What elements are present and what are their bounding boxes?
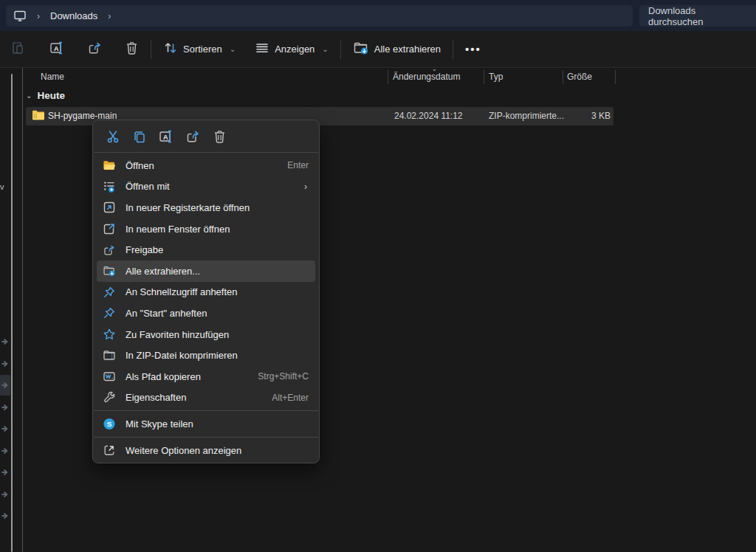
search-input[interactable]: Downloads durchsuchen (639, 5, 756, 27)
column-headers: Name ⌄ Änderungsdatum Typ Größe (24, 68, 756, 86)
file-size: 3 KB (550, 111, 611, 121)
address-bar[interactable]: › Downloads › (6, 5, 633, 27)
menu-item-label: Zu Favoriten hinzufügen (126, 329, 309, 340)
delete-button[interactable] (119, 36, 145, 62)
tree-expand-arrow-icon[interactable] (1, 404, 9, 411)
column-header-date[interactable]: Änderungsdatum (393, 72, 460, 82)
group-header-today[interactable]: ⌄ Heute (26, 90, 65, 101)
tree-expand-arrow-icon[interactable] (1, 469, 9, 476)
delete-icon (125, 41, 139, 58)
nav-scrollbar[interactable] (11, 74, 13, 552)
rename-button[interactable]: A (44, 36, 71, 62)
column-divider[interactable] (615, 70, 616, 84)
menu-item-freigabe[interactable]: Freigabe (97, 239, 315, 261)
extract-icon (353, 41, 369, 58)
share-button[interactable] (182, 127, 204, 148)
properties-wrench-icon (103, 391, 116, 404)
cut-button[interactable] (102, 127, 124, 148)
tree-expand-arrow-icon[interactable] (1, 360, 9, 368)
menu-item-in-zip-datei-komprimieren[interactable]: In ZIP-Datei komprimieren (97, 345, 315, 366)
folder-open-icon (103, 159, 116, 172)
column-divider[interactable] (484, 70, 484, 84)
tree-expand-arrow-icon[interactable] (1, 447, 9, 455)
ellipsis-icon: ••• (465, 43, 481, 55)
menu-item-label: Alle extrahieren... (126, 266, 309, 277)
view-icon (255, 41, 269, 57)
menu-item-label: An Schnellzugriff anheften (126, 286, 309, 297)
chevron-down-icon: ⌄ (322, 45, 328, 53)
tree-expand-arrow-icon[interactable] (1, 491, 9, 498)
nav-clipped-text: v (0, 182, 4, 191)
zip-compress-icon (103, 349, 116, 362)
context-menu: A ÖffnenEnterÖffnen mit›In neuer Registe… (92, 120, 320, 463)
tree-expand-arrow-icon[interactable] (1, 425, 9, 432)
tree-expand-arrow-icon[interactable] (1, 512, 9, 520)
rename-button[interactable]: A (155, 127, 177, 148)
menu-item-öffnen-mit[interactable]: Öffnen mit› (97, 176, 315, 198)
menu-item-alle-extrahieren[interactable]: Alle extrahieren... (97, 261, 315, 282)
column-header-name[interactable]: Name (41, 72, 64, 82)
toolbar-separator (340, 40, 341, 59)
menu-item-als-pfad-kopieren[interactable]: Als Pfad kopierenStrg+Shift+C (97, 366, 315, 387)
submenu-chevron-icon: › (304, 182, 307, 192)
this-pc-monitor-icon[interactable] (13, 10, 27, 22)
menu-item-in-neuer-registerkarte-öffnen[interactable]: In neuer Registerkarte öffnen (97, 197, 315, 218)
title-bar: › Downloads › Downloads durchsuchen (0, 0, 756, 31)
rename-icon: A (159, 129, 174, 146)
menu-item-shortcut: Strg+Shift+C (258, 371, 309, 382)
sort-icon (163, 41, 178, 57)
menu-item-eigenschaften[interactable]: EigenschaftenAlt+Enter (97, 387, 315, 409)
extract-all-button[interactable]: Alle extrahieren (347, 36, 447, 62)
view-button[interactable]: Anzeigen ⌄ (249, 37, 334, 61)
column-divider[interactable] (563, 70, 563, 84)
menu-item-label: In neuer Registerkarte öffnen (126, 202, 309, 213)
share-button[interactable] (81, 36, 109, 62)
svg-text:A: A (54, 45, 59, 52)
see-more-button[interactable]: ••• (459, 38, 487, 60)
menu-item-an-start-anheften[interactable]: An "Start" anheften (97, 303, 315, 324)
command-toolbar: A Sortieren ⌄ Anzeigen ⌄ Alle extrahiere… (0, 31, 756, 68)
menu-item-in-neuem-fenster-öffnen[interactable]: In neuem Fenster öffnen (97, 218, 315, 240)
paste-button[interactable] (4, 36, 31, 62)
menu-item-label: Öffnen mit (126, 181, 304, 192)
copy-icon (132, 129, 147, 146)
menu-item-shortcut: Enter (287, 160, 309, 170)
column-header-size[interactable]: Größe (567, 72, 592, 82)
menu-separator (94, 437, 318, 438)
paste-icon (10, 41, 25, 58)
copy-button[interactable] (128, 127, 151, 148)
menu-item-öffnen[interactable]: ÖffnenEnter (97, 155, 315, 176)
file-date: 24.02.2024 11:12 (394, 111, 463, 121)
column-divider[interactable] (388, 70, 388, 84)
tree-expand-arrow-icon[interactable] (1, 382, 9, 389)
view-label: Anzeigen (275, 44, 315, 55)
tree-expand-arrow-icon[interactable] (1, 338, 9, 345)
menu-item-label: Mit Skype teilen (126, 418, 309, 429)
chevron-down-icon[interactable]: ⌄ (26, 92, 32, 100)
star-icon (103, 328, 116, 341)
column-header-type[interactable]: Typ (489, 72, 503, 82)
sort-button[interactable]: Sortieren ⌄ (157, 37, 241, 61)
toolbar-separator (453, 40, 453, 59)
menu-item-zu-favoriten-hinzufügen[interactable]: Zu Favoriten hinzufügen (97, 324, 315, 345)
rename-icon: A (49, 41, 65, 58)
pane-separator[interactable] (22, 68, 23, 552)
menu-item-label: In neuem Fenster öffnen (126, 224, 309, 235)
skype-icon: S (103, 417, 116, 430)
open-new-window-icon (103, 222, 116, 235)
delete-button[interactable] (208, 127, 230, 148)
menu-item-an-schnellzugriff-anheften[interactable]: An Schnellzugriff anheften (97, 282, 315, 303)
menu-item-mit-skype-teilen[interactable]: SMit Skype teilen (97, 413, 315, 435)
menu-separator (94, 410, 318, 411)
open-with-icon (103, 180, 116, 193)
menu-item-label: Öffnen (126, 160, 287, 171)
breadcrumb-location[interactable]: Downloads (50, 10, 97, 21)
pin-icon (103, 306, 116, 320)
chevron-right-icon: › (37, 11, 40, 21)
navigation-pane-clipped: v (0, 68, 24, 552)
menu-item-label: An "Start" anheften (126, 308, 309, 319)
svg-text:S: S (107, 420, 112, 428)
extract-all-label: Alle extrahieren (374, 44, 441, 55)
chevron-right-icon[interactable]: › (108, 11, 111, 21)
menu-item-weitere-optionen-anzeigen[interactable]: Weitere Optionen anzeigen (97, 440, 315, 461)
